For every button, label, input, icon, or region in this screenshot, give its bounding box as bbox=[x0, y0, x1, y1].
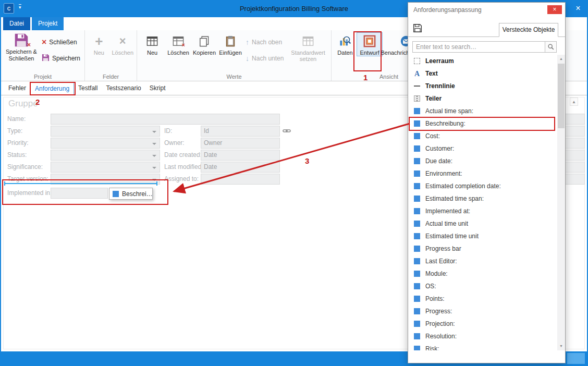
assigned-to-input[interactable] bbox=[201, 174, 280, 185]
field-icon bbox=[413, 133, 421, 139]
list-item[interactable]: Progress: bbox=[408, 305, 557, 318]
list-item[interactable]: Actual time span: bbox=[408, 105, 557, 117]
tab-versteckte-objekte[interactable]: Versteckte Objekte bbox=[499, 23, 558, 37]
save-close-icon: × bbox=[14, 33, 29, 47]
save-close-button[interactable]: × Speichern & Schließen bbox=[3, 32, 40, 62]
list-item[interactable]: Implemented at: bbox=[408, 205, 557, 217]
save-icon bbox=[42, 54, 50, 63]
list-item[interactable]: OS: bbox=[408, 280, 557, 292]
tab-skript[interactable]: Skript bbox=[145, 82, 170, 95]
ribbon-tab-projekt[interactable]: Projekt bbox=[32, 17, 64, 30]
list-item[interactable]: Environment: bbox=[408, 167, 557, 180]
felder-loeschen-label: Löschen bbox=[112, 50, 134, 56]
customization-close-button[interactable]: × bbox=[547, 5, 562, 14]
owner-label: Owner: bbox=[164, 139, 185, 147]
list-item[interactable]: Last Editor: bbox=[408, 255, 557, 267]
empty-space-icon bbox=[413, 58, 421, 64]
priority-label: Priority: bbox=[7, 139, 29, 147]
window-close-button[interactable]: × bbox=[572, 3, 584, 14]
search-button[interactable] bbox=[545, 42, 556, 52]
window-border-left bbox=[0, 17, 1, 351]
einfuegen-label: Einfügen bbox=[219, 50, 241, 56]
list-item[interactable]: Estimated time unit bbox=[408, 230, 557, 242]
id-label: ID: bbox=[164, 127, 172, 135]
kopieren-label: Kopieren bbox=[193, 50, 216, 56]
field-icon bbox=[413, 333, 421, 339]
status-dropdown[interactable] bbox=[51, 150, 160, 161]
werte-neu-button[interactable]: Neu bbox=[139, 32, 165, 56]
scroll-up-icon[interactable]: ▲ bbox=[557, 55, 565, 63]
field-icon bbox=[413, 145, 421, 152]
save-layout-icon[interactable] bbox=[413, 23, 422, 33]
list-item-trennlinie[interactable]: Trennlinie bbox=[408, 80, 557, 92]
list-item[interactable]: Points: bbox=[408, 292, 557, 305]
name-input[interactable] bbox=[51, 114, 280, 125]
list-item[interactable]: Progress bar bbox=[408, 242, 557, 255]
ribbon-group-werte: Neu × Löschen Kopieren Einfügen bbox=[137, 30, 332, 81]
group-label-werte: Werte bbox=[137, 74, 331, 80]
list-scrollbar[interactable]: ▲ ▼ bbox=[557, 55, 565, 350]
tab-testfall[interactable]: Testfall bbox=[74, 82, 102, 95]
list-item[interactable]: Due date: bbox=[408, 155, 557, 167]
annotation-box-anforderung bbox=[30, 82, 76, 95]
field-icon bbox=[413, 108, 421, 114]
list-item[interactable]: Projection: bbox=[408, 318, 557, 330]
scroll-down-icon[interactable]: ▼ bbox=[557, 342, 565, 350]
field-icon bbox=[413, 196, 421, 202]
tab-testszenario[interactable]: Testszenario bbox=[102, 82, 145, 95]
list-item[interactable]: Customer: bbox=[408, 142, 557, 155]
list-item-leerraum[interactable]: Leerraum bbox=[408, 55, 557, 67]
list-item[interactable]: Module: bbox=[408, 267, 557, 280]
list-item[interactable]: Estimated time span: bbox=[408, 192, 557, 205]
last-modified-input[interactable]: Date bbox=[201, 162, 280, 173]
felder-neu-label: Neu bbox=[94, 50, 104, 56]
werte-loeschen-button[interactable]: × Löschen bbox=[165, 32, 191, 56]
nach-oben-button: ↑ Nach oben bbox=[243, 36, 287, 48]
list-item[interactable]: Risk: bbox=[408, 343, 557, 350]
werte-loeschen-label: Löschen bbox=[167, 50, 189, 56]
assigned-to-label: Assigned to: bbox=[164, 175, 199, 182]
last-modified-label: Last modified: bbox=[164, 163, 203, 170]
field-icon bbox=[413, 271, 421, 277]
list-item-teiler[interactable]: Teiler bbox=[408, 92, 557, 105]
delete-x-icon: × bbox=[182, 42, 185, 48]
significance-label: Significance: bbox=[7, 163, 43, 170]
field-icon bbox=[413, 258, 421, 264]
link-icon[interactable] bbox=[283, 127, 291, 137]
field-icon bbox=[413, 296, 421, 302]
significance-dropdown[interactable] bbox=[51, 162, 160, 173]
field-icon bbox=[413, 283, 421, 289]
save-button[interactable]: Speichern bbox=[40, 53, 82, 64]
werte-neu-label: Neu bbox=[147, 50, 157, 56]
close-project-button[interactable]: × Schließen bbox=[40, 36, 82, 48]
list-item-text[interactable]: AText bbox=[408, 67, 557, 80]
date-created-input[interactable]: Date bbox=[201, 150, 280, 161]
owner-input[interactable]: Owner bbox=[201, 138, 280, 149]
paste-icon bbox=[225, 34, 236, 48]
name-label: Name: bbox=[7, 115, 26, 123]
list-item[interactable]: Cost: bbox=[408, 130, 557, 142]
id-input[interactable]: Id bbox=[201, 126, 280, 137]
table-new-icon bbox=[146, 34, 158, 48]
tab-fehler[interactable]: Fehler bbox=[4, 82, 30, 95]
priority-dropdown[interactable] bbox=[51, 138, 160, 149]
ribbon-tab-datei[interactable]: Datei bbox=[3, 17, 30, 30]
list-item[interactable]: Resolution: bbox=[408, 330, 557, 343]
annotation-step-2: 2 bbox=[35, 97, 40, 106]
annotation-box-beschreibung bbox=[409, 117, 555, 131]
nach-unten-button: ↓ Nach unten bbox=[243, 53, 287, 64]
splitter-icon bbox=[413, 95, 421, 102]
group-label-felder: Felder bbox=[85, 74, 137, 80]
save-label: Speichern bbox=[52, 55, 80, 62]
scroll-up-icon[interactable]: ▲ bbox=[570, 97, 578, 106]
kopieren-button[interactable]: Kopieren bbox=[191, 32, 217, 56]
field-icon bbox=[413, 321, 421, 327]
list-item[interactable]: Actual time unit bbox=[408, 217, 557, 230]
einfuegen-button[interactable]: Einfügen bbox=[217, 32, 243, 56]
list-item[interactable]: Estimated completion date: bbox=[408, 180, 557, 192]
text-icon: A bbox=[413, 70, 421, 77]
search-input[interactable] bbox=[413, 42, 545, 52]
scrollbar-thumb[interactable] bbox=[558, 64, 565, 128]
standardwert-label: Standardwert setzen bbox=[287, 50, 329, 62]
type-dropdown[interactable] bbox=[51, 126, 160, 137]
